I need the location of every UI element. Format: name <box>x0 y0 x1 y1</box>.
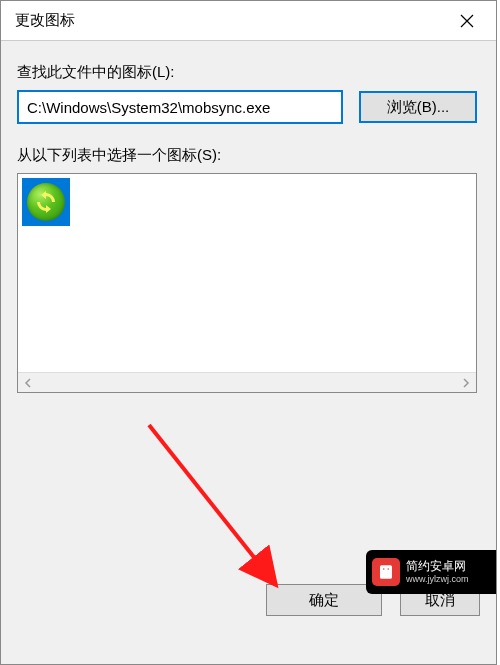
change-icon-dialog: 更改图标 查找此文件中的图标(L): 浏览(B)... 从以下列表中选择一个图标… <box>0 0 497 665</box>
ok-button[interactable]: 确定 <box>266 584 382 616</box>
sync-icon <box>27 183 65 221</box>
watermark: 简约安卓网 www.jylzwj.com <box>366 550 496 594</box>
close-button[interactable] <box>438 2 496 40</box>
path-input[interactable] <box>17 90 343 124</box>
dialog-content: 查找此文件中的图标(L): 浏览(B)... 从以下列表中选择一个图标(S): <box>1 41 496 393</box>
select-from-label: 从以下列表中选择一个图标(S): <box>17 146 480 165</box>
svg-line-0 <box>149 425 276 585</box>
scroll-right-icon[interactable] <box>456 373 476 393</box>
annotation-arrow-icon <box>141 417 301 607</box>
scroll-left-icon[interactable] <box>18 373 38 393</box>
watermark-text: 简约安卓网 www.jylzwj.com <box>406 559 469 584</box>
watermark-logo-icon <box>372 558 400 586</box>
dialog-title: 更改图标 <box>15 11 75 30</box>
path-row: 浏览(B)... <box>17 90 480 124</box>
sync-arrows-icon <box>34 190 58 214</box>
watermark-title: 简约安卓网 <box>406 559 469 573</box>
icon-list[interactable] <box>17 173 477 393</box>
icon-item-sync[interactable] <box>22 178 70 226</box>
watermark-url: www.jylzwj.com <box>406 574 469 585</box>
browse-button[interactable]: 浏览(B)... <box>359 91 477 123</box>
titlebar: 更改图标 <box>1 1 496 41</box>
close-icon <box>460 14 474 28</box>
look-in-label: 查找此文件中的图标(L): <box>17 63 480 82</box>
horizontal-scrollbar[interactable] <box>18 372 476 392</box>
